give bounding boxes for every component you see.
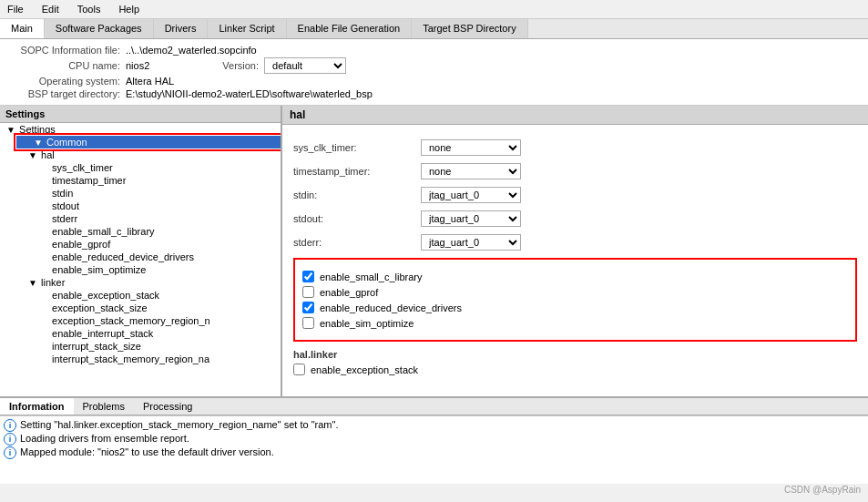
tree-item-interrupt-stack-size[interactable]: interrupt_stack_size	[0, 340, 281, 353]
checkbox-enable-gprof: enable_gprof	[302, 286, 848, 298]
tab-linker-script[interactable]: Linker Script	[208, 19, 286, 38]
sopc-label: SOPC Information file:	[7, 45, 126, 56]
checkbox-enable-gprof-input[interactable]	[302, 286, 314, 298]
stderr-select[interactable]: jtag_uart_0	[421, 234, 521, 251]
log-text-1: Setting "hal.linker.exception_stack_memo…	[20, 419, 338, 430]
sys-clk-timer-select[interactable]: none	[421, 139, 521, 156]
linker-enable-exception-stack-label: enable_exception_stack	[311, 364, 418, 375]
bottom-tab-processing[interactable]: Processing	[134, 398, 201, 415]
info-panel: SOPC Information file: ..\..\demo2_water…	[0, 39, 868, 106]
checkbox-enable-sim: enable_sim_optimize	[302, 317, 848, 329]
log-icon-info-3: i	[4, 446, 16, 459]
checkbox-enable-gprof-label: enable_gprof	[320, 287, 378, 298]
tree-item-enable-sim[interactable]: enable_sim_optimize	[0, 263, 281, 276]
tree-item-sys-clk-timer[interactable]: sys_clk_timer	[0, 161, 281, 174]
timestamp-timer-label: timestamp_timer:	[293, 166, 421, 177]
tree-item-linker[interactable]: ▼ linker	[0, 276, 281, 289]
tab-main[interactable]: Main	[0, 19, 45, 38]
tree-item-stdin[interactable]: stdin	[0, 187, 281, 200]
setting-row-stderr: stderr: jtag_uart_0	[293, 234, 857, 251]
os-value: Altera HAL	[126, 76, 174, 87]
tree-item-stdout[interactable]: stdout	[0, 200, 281, 212]
tree-item-enable-gprof[interactable]: enable_gprof	[0, 238, 281, 251]
linker-enable-exception-stack: enable_exception_stack	[293, 364, 857, 375]
expand-icon-hal: ▼	[27, 150, 38, 160]
os-label: Operating system:	[7, 76, 126, 87]
setting-row-stdin: stdin: jtag_uart_0	[293, 187, 857, 203]
bsp-value: E:\study\NIOII-demo2-waterLED\software\w…	[126, 88, 373, 99]
tree-item-timestamp-timer[interactable]: timestamp_timer	[0, 174, 281, 187]
checkbox-enable-reduced-label: enable_reduced_device_drivers	[320, 302, 462, 313]
menu-help[interactable]: Help	[115, 2, 143, 16]
tree-item-common[interactable]: ▼ Common	[16, 136, 281, 149]
main-split-area: Settings ▼ Settings ▼ Common ▼ hal sys_c…	[0, 106, 868, 397]
menu-tools[interactable]: Tools	[74, 2, 105, 16]
expand-icon-settings: ▼	[5, 125, 16, 135]
log-panel: i Setting "hal.linker.exception_stack_me…	[0, 415, 868, 484]
stdout-label: stdout:	[293, 213, 421, 224]
version-select[interactable]: default	[264, 57, 346, 74]
linker-enable-exception-stack-input[interactable]	[293, 364, 305, 375]
menu-edit[interactable]: Edit	[38, 2, 63, 16]
checkbox-enable-small-c-label: enable_small_c_library	[320, 271, 423, 282]
setting-row-sys-clk-timer: sys_clk_timer: none	[293, 139, 857, 156]
timestamp-timer-select[interactable]: none	[421, 163, 521, 179]
log-row-2: i Loading drivers from ensemble report.	[4, 433, 864, 446]
log-row-1: i Setting "hal.linker.exception_stack_me…	[4, 419, 864, 432]
settings-panel: hal sys_clk_timer: none timestamp_timer:…	[282, 106, 868, 396]
version-label: Version:	[222, 60, 259, 71]
bsp-label: BSP target directory:	[7, 88, 126, 99]
cpu-value: nios2	[126, 60, 149, 71]
log-row-3: i Mapped module: "nios2" to use the defa…	[4, 446, 864, 459]
bottom-tab-problems[interactable]: Problems	[74, 398, 134, 415]
tab-drivers[interactable]: Drivers	[154, 19, 209, 38]
sys-clk-timer-label: sys_clk_timer:	[293, 142, 421, 153]
setting-row-timestamp-timer: timestamp_timer: none	[293, 163, 857, 179]
checkbox-enable-sim-label: enable_sim_optimize	[320, 318, 414, 329]
sopc-value: ..\..\demo2_waterled.sopcinfo	[126, 45, 257, 56]
cpu-label: CPU name:	[7, 60, 126, 71]
tree-item-exception-stack-size[interactable]: exception_stack_size	[0, 302, 281, 314]
tree-item-interrupt-stack-memory[interactable]: interrupt_stack_memory_region_na	[0, 353, 281, 365]
tree-item-settings[interactable]: ▼ Settings	[0, 123, 281, 136]
stdout-select[interactable]: jtag_uart_0	[421, 210, 521, 227]
checkbox-enable-small-c: enable_small_c_library	[302, 271, 848, 282]
stdin-label: stdin:	[293, 190, 421, 200]
log-icon-info-1: i	[4, 419, 16, 432]
tab-software-packages[interactable]: Software Packages	[45, 19, 154, 38]
watermark: CSDN @AspyRain	[784, 485, 861, 495]
settings-header: hal	[282, 106, 868, 125]
menu-file[interactable]: File	[4, 2, 27, 16]
linker-section-label: hal.linker	[293, 349, 857, 360]
stdin-select[interactable]: jtag_uart_0	[421, 187, 521, 203]
main-tabs: Main Software Packages Drivers Linker Sc…	[0, 19, 868, 39]
tree-item-exception-stack-memory[interactable]: exception_stack_memory_region_n	[0, 314, 281, 327]
tree-item-enable-reduced[interactable]: enable_reduced_device_drivers	[0, 251, 281, 263]
menubar: File Edit Tools Help	[0, 0, 868, 19]
tab-enable-file-generation[interactable]: Enable File Generation	[287, 19, 413, 38]
log-text-2: Loading drivers from ensemble report.	[20, 433, 189, 444]
bottom-tab-information[interactable]: Information	[0, 398, 74, 415]
tab-target-bsp-directory[interactable]: Target BSP Directory	[412, 19, 528, 38]
log-text-3: Mapped module: "nios2" to use the defaul…	[20, 446, 274, 457]
stderr-label: stderr:	[293, 237, 421, 248]
tree-item-enable-small-c[interactable]: enable_small_c_library	[0, 225, 281, 238]
tree-header: Settings	[0, 106, 281, 123]
tree-item-enable-interrupt-stack[interactable]: enable_interrupt_stack	[0, 327, 281, 340]
log-icon-info-2: i	[4, 433, 16, 446]
tree-panel: Settings ▼ Settings ▼ Common ▼ hal sys_c…	[0, 106, 282, 396]
checkbox-enable-reduced-input[interactable]	[302, 302, 314, 313]
expand-icon-common: ▼	[33, 138, 44, 148]
tree-item-enable-exception-stack[interactable]: enable_exception_stack	[0, 289, 281, 302]
expand-icon-linker: ▼	[27, 278, 38, 288]
checkbox-group: enable_small_c_library enable_gprof enab…	[293, 258, 857, 342]
tree-item-hal[interactable]: ▼ hal	[0, 149, 281, 161]
tree-item-stderr[interactable]: stderr	[0, 212, 281, 225]
checkbox-enable-reduced: enable_reduced_device_drivers	[302, 302, 848, 313]
checkbox-enable-small-c-input[interactable]	[302, 271, 314, 282]
bottom-tabs: Information Problems Processing	[0, 397, 868, 415]
settings-content: sys_clk_timer: none timestamp_timer: non…	[282, 125, 868, 386]
checkbox-enable-sim-input[interactable]	[302, 317, 314, 329]
setting-row-stdout: stdout: jtag_uart_0	[293, 210, 857, 227]
